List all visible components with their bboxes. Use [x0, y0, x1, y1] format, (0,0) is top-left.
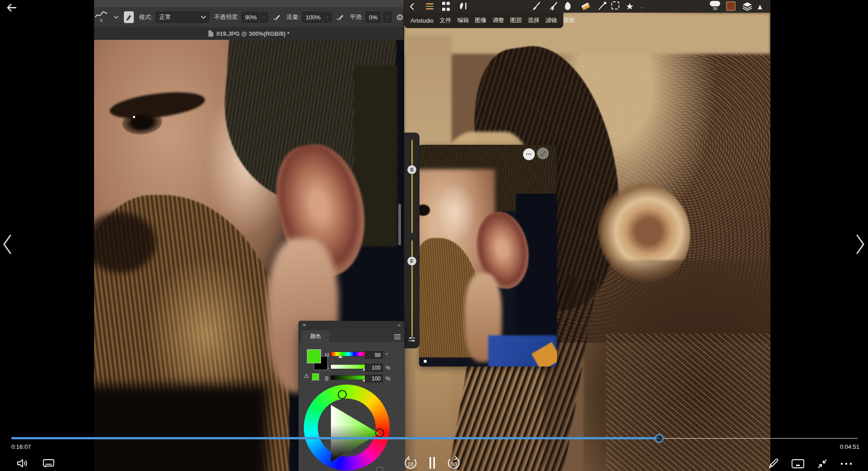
hue-value-field[interactable]: 98 — [365, 351, 383, 359]
flow-slider-track[interactable] — [411, 240, 413, 337]
brush-stroke-icon — [95, 11, 108, 19]
rewind-10-button[interactable]: 10 — [403, 456, 418, 470]
menu-item-image[interactable]: 图像 — [475, 16, 486, 24]
flow-dropdown-button[interactable] — [323, 12, 331, 23]
sliders-icon — [408, 336, 415, 343]
remaining-time: 0:04:51 — [840, 443, 859, 450]
airbrush-pressure-icon[interactable] — [273, 13, 281, 21]
brush-panel-toggle-button[interactable] — [124, 11, 134, 23]
layers-icon — [742, 2, 752, 11]
opacity-dropdown-button[interactable] — [260, 12, 268, 23]
gamut-warning-icon[interactable]: ⚠ — [304, 372, 309, 379]
reference-resize-button[interactable] — [537, 147, 549, 159]
saturation-value-field[interactable]: 100 — [365, 364, 383, 371]
paint-tool-button[interactable] — [531, 1, 542, 11]
wet-paint-tool-button[interactable] — [548, 1, 559, 11]
chevron-down-icon — [263, 15, 265, 19]
slider-settings-button[interactable] — [408, 336, 415, 343]
canvas-scrollbar[interactable] — [398, 204, 401, 245]
airbrush-icon[interactable] — [336, 13, 344, 21]
reference-options-button[interactable]: ••• — [523, 148, 535, 160]
smudge-tool-button[interactable] — [563, 1, 573, 11]
current-color-swatch[interactable] — [726, 1, 736, 11]
brush-icon — [125, 14, 132, 21]
close-icon[interactable]: ✕ — [302, 323, 306, 328]
brush-preset-size: 8 — [100, 19, 102, 22]
brush-size-indicator[interactable]: 38 — [710, 1, 720, 11]
volume-button[interactable] — [16, 458, 29, 469]
more-tools-button[interactable]: … — [640, 1, 646, 11]
exit-fullscreen-button[interactable] — [816, 458, 828, 470]
gear-icon[interactable]: ⚙ — [396, 12, 404, 22]
opacity-value: 90% — [245, 14, 257, 21]
favorites-button[interactable]: ★ — [626, 1, 634, 11]
forward-30-button[interactable]: 30 — [447, 456, 461, 470]
gallery-button[interactable] — [442, 1, 450, 11]
reference-image-panel[interactable]: ••• — [419, 145, 557, 366]
previous-video-button[interactable] — [2, 233, 13, 255]
panel-menu-icon[interactable] — [394, 334, 401, 340]
collapse-panel-icon[interactable]: « — [398, 322, 401, 328]
collapse-toolbar-button[interactable]: ▲ — [758, 1, 762, 11]
speaker-icon — [16, 458, 29, 469]
brush-preset-preview[interactable]: 8 — [95, 11, 108, 23]
hue-slider-marker[interactable] — [338, 355, 343, 358]
flow-slider-handle[interactable]: F — [407, 257, 416, 266]
player-right-controls — [768, 458, 853, 470]
brightness-value-field[interactable]: 100 — [365, 375, 383, 382]
menu-item-select[interactable]: 选择 — [528, 16, 539, 24]
gamut-color-swatch[interactable] — [312, 373, 319, 381]
progress-fill — [11, 437, 659, 439]
more-options-button[interactable] — [840, 462, 853, 466]
brush-and-pencil-icon — [458, 2, 469, 11]
menu-item-adjust[interactable]: 调整 — [492, 16, 504, 24]
color-panel-header[interactable]: ✕ « — [299, 321, 404, 330]
smoothing-value: 0% — [369, 14, 377, 21]
mode-dropdown[interactable]: 正常 — [156, 12, 209, 23]
flow-value-field[interactable]: 100% — [302, 12, 322, 23]
chevron-down-icon — [387, 15, 388, 19]
foreground-color-swatch[interactable] — [307, 349, 321, 363]
artstudio-menubar: Artstudio 文件 编辑 图像 调整 图层 选择 滤镜 视图 — [404, 13, 563, 28]
smoothing-dropdown-button[interactable] — [383, 12, 392, 23]
menu-item-view[interactable]: 视图 — [563, 16, 575, 24]
progress-bar[interactable] — [11, 437, 858, 440]
rewind-10-icon: 10 — [403, 456, 418, 470]
menu-item-filter[interactable]: 滤镜 — [545, 16, 557, 24]
resize-arrows-icon — [541, 151, 546, 156]
menu-item-layer[interactable]: 图层 — [510, 16, 522, 24]
menu-item-file[interactable]: 文件 — [439, 16, 451, 24]
eyedropper-tool-button[interactable] — [597, 1, 608, 11]
miniplayer-button[interactable] — [791, 459, 805, 469]
hue-wheel-selector[interactable] — [338, 390, 347, 399]
pause-button[interactable] — [429, 456, 436, 470]
tab-color[interactable]: 颜色 — [302, 330, 330, 342]
document-title: 019.JPG @ 300%(RGB/8) * — [217, 30, 290, 37]
menu-button[interactable] — [426, 1, 434, 11]
next-video-button[interactable] — [855, 233, 866, 255]
saturation-slider[interactable] — [330, 364, 367, 369]
wheel-option-icon[interactable] — [377, 467, 383, 471]
playhead[interactable] — [655, 434, 664, 443]
notes-button[interactable] — [768, 458, 779, 470]
mode-label: 模式: — [139, 13, 153, 21]
menu-item-edit[interactable]: 编辑 — [457, 16, 469, 24]
menu-item-artstudio[interactable]: Artstudio — [410, 17, 434, 24]
selection-tool-button[interactable] — [611, 1, 619, 10]
layers-button[interactable] — [742, 1, 752, 11]
smoothing-value-field[interactable]: 0% — [366, 12, 381, 23]
size-slider-track[interactable] — [411, 140, 413, 233]
triangle-selector[interactable] — [375, 428, 384, 438]
eraser-tool-button[interactable] — [580, 1, 591, 11]
chevron-down-icon[interactable] — [114, 15, 118, 19]
reference-resize-handle[interactable] — [424, 360, 427, 363]
opacity-value-field[interactable]: 90% — [242, 12, 259, 23]
back-button[interactable] — [6, 3, 18, 13]
subtitles-button[interactable] — [42, 458, 55, 468]
tools-button[interactable] — [458, 1, 469, 11]
hue-slider[interactable] — [330, 352, 367, 357]
size-slider-handle[interactable]: S — [407, 165, 416, 174]
brightness-slider[interactable] — [330, 375, 367, 380]
saturation-brightness-triangle[interactable] — [329, 403, 382, 464]
back-button[interactable] — [410, 1, 415, 11]
